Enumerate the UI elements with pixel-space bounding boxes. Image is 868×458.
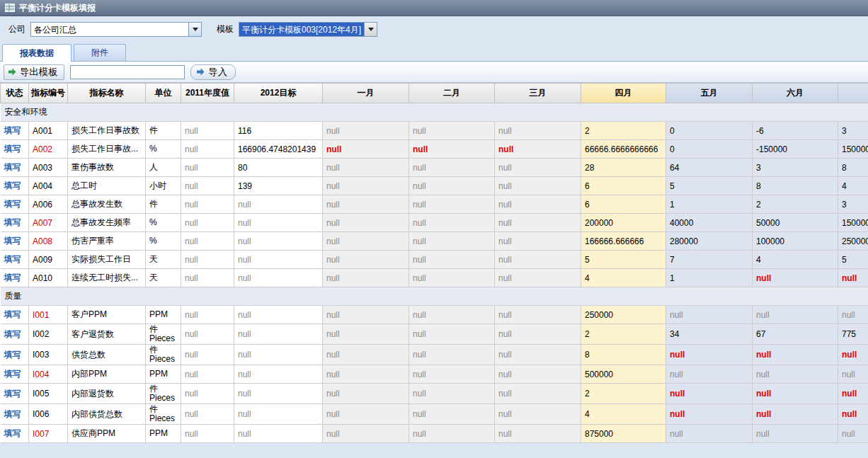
template-select[interactable]: 平衡计分卡模板003[2012年4月] — [239, 22, 377, 37]
month-value-cell: 3 — [838, 195, 868, 214]
header-row: 状态 指标编号 指标名称 单位 2011年度值 2012目标 一月 二月 三月 … — [1, 84, 868, 103]
month-value-cell: null — [495, 140, 581, 159]
table-row: 填写A004总工时小时null139nullnullnull6584 — [1, 177, 868, 195]
month-value-cell: null — [323, 384, 409, 404]
table-row: 填写I005内部退货数件 Piecesnullnullnullnullnull2… — [1, 384, 868, 404]
table-row: 填写A008伤害严重率%nullnullnullnullnull166666.6… — [1, 232, 868, 251]
table-row: 填写A003重伤事故数人null80nullnullnull286438 — [1, 159, 868, 177]
company-select[interactable]: 各公司汇总 — [30, 22, 202, 37]
month-value-cell: null — [495, 269, 581, 287]
month-value-cell: null — [409, 177, 495, 195]
fill-link[interactable]: 填写 — [4, 144, 21, 154]
target-2012-cell: null — [234, 365, 323, 384]
fill-link[interactable]: 填写 — [4, 199, 21, 209]
tab-report-data[interactable]: 报表数据 — [2, 44, 72, 62]
code-cell: A004 — [29, 177, 68, 195]
month-value-cell: 5 — [581, 251, 666, 269]
status-cell: 填写 — [1, 177, 29, 195]
status-cell: 填写 — [1, 404, 29, 425]
month-value-cell: null — [666, 404, 753, 425]
month-value-cell: 875000 — [581, 425, 666, 443]
month-value-cell: 3 — [838, 122, 868, 140]
month-value-cell: null — [495, 214, 581, 232]
report-icon — [5, 4, 15, 12]
unit-cell: 人 — [146, 159, 181, 177]
value-2011-cell: null — [181, 306, 234, 324]
company-select-value: 各公司汇总 — [31, 23, 188, 36]
month-value-cell: null — [409, 384, 495, 404]
import-button[interactable]: 导入 — [190, 64, 236, 80]
fill-link[interactable]: 填写 — [4, 217, 21, 227]
month-value-cell: 64 — [666, 159, 753, 177]
action-toolbar: 导出模板 导入 — [0, 62, 868, 83]
unit-cell: 天 — [146, 251, 181, 269]
month-value-cell: null — [753, 306, 838, 324]
table-row: 填写I006内部供货总数件 Piecesnullnullnullnullnull… — [1, 404, 868, 425]
template-label: 模板 — [217, 23, 234, 35]
fill-link[interactable]: 填写 — [4, 181, 21, 190]
status-cell: 填写 — [1, 195, 29, 214]
value-2011-cell: null — [181, 425, 234, 443]
code-cell: I006 — [29, 404, 68, 425]
fill-link[interactable]: 填写 — [4, 254, 21, 264]
column-header-apr: 四月 — [581, 84, 666, 103]
column-header-jan: 一月 — [323, 84, 409, 103]
fill-link[interactable]: 填写 — [4, 350, 21, 360]
fill-link[interactable]: 填写 — [4, 329, 21, 339]
grid-body: 安全和环境填写A001损失工作日事故数件null116nullnullnull2… — [1, 103, 868, 443]
value-2011-cell: null — [181, 404, 234, 425]
status-cell: 填写 — [1, 345, 29, 365]
code-cell: A006 — [29, 195, 68, 214]
code-cell: A001 — [29, 122, 68, 140]
table-row: 填写I001客户PPMPPMnullnullnullnullnull250000… — [1, 306, 868, 324]
fill-link[interactable]: 填写 — [4, 389, 21, 399]
unit-cell: 件 — [146, 122, 181, 140]
export-template-label: 导出模板 — [20, 66, 57, 79]
unit-cell: % — [146, 140, 181, 159]
month-value-cell: null — [753, 384, 838, 404]
code-cell: I003 — [29, 345, 68, 365]
status-cell: 填写 — [1, 306, 29, 324]
export-template-button[interactable]: 导出模板 — [4, 64, 64, 80]
column-header-code: 指标编号 — [29, 84, 68, 103]
company-dropdown-button[interactable] — [188, 23, 201, 36]
month-value-cell: null — [495, 177, 581, 195]
template-dropdown-button[interactable] — [364, 23, 377, 36]
status-cell: 填写 — [1, 214, 29, 232]
month-value-cell: 250000 — [581, 306, 666, 324]
month-value-cell: null — [495, 251, 581, 269]
month-value-cell: null — [323, 195, 409, 214]
group-title: 质量 — [1, 287, 868, 306]
chevron-down-icon — [368, 28, 374, 31]
month-value-cell: 8 — [753, 177, 838, 195]
fill-link[interactable]: 填写 — [4, 236, 21, 246]
unit-cell: 件 Pieces — [146, 384, 181, 404]
status-cell: 填写 — [1, 122, 29, 140]
code-cell: I007 — [29, 425, 68, 443]
status-cell: 填写 — [1, 251, 29, 269]
fill-link[interactable]: 填写 — [4, 125, 21, 135]
name-cell: 内部供货总数 — [68, 404, 146, 425]
fill-link[interactable]: 填写 — [4, 162, 21, 172]
status-cell: 填写 — [1, 324, 29, 345]
column-header-may: 五月 — [666, 84, 753, 103]
fill-link[interactable]: 填写 — [4, 428, 21, 438]
month-value-cell: 67 — [753, 324, 838, 345]
chevron-down-icon — [193, 28, 198, 31]
month-value-cell: null — [838, 384, 868, 404]
month-value-cell: 6 — [581, 177, 666, 195]
month-value-cell: 8 — [838, 159, 868, 177]
fill-link[interactable]: 填写 — [4, 309, 21, 319]
page-title: 平衡计分卡模板填报 — [19, 2, 96, 14]
unit-cell: % — [146, 214, 181, 232]
fill-link[interactable]: 填写 — [4, 273, 21, 282]
month-value-cell: null — [666, 345, 753, 365]
month-value-cell: null — [666, 365, 753, 384]
fill-link[interactable]: 填写 — [4, 409, 21, 419]
target-2012-cell: null — [234, 345, 323, 365]
month-value-cell: null — [838, 365, 868, 384]
month-value-cell: 166666.666666 — [581, 232, 666, 251]
import-file-input[interactable] — [70, 65, 185, 79]
fill-link[interactable]: 填写 — [4, 369, 21, 379]
tab-attachments[interactable]: 附件 — [74, 44, 126, 61]
